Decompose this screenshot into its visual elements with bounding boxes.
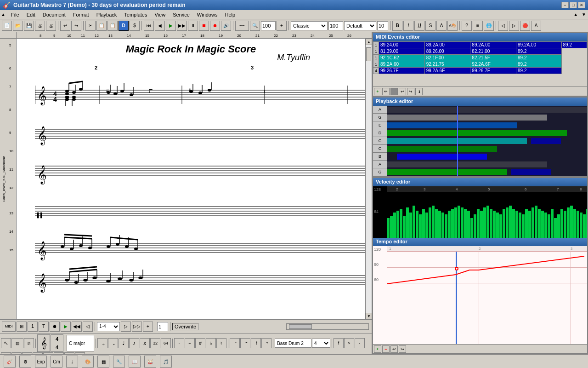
zoom-plus-button[interactable]: + xyxy=(277,21,287,31)
instrument-display[interactable]: Bass Drum 2 xyxy=(275,339,311,348)
nt-tie[interactable]: ⌢ xyxy=(185,338,195,348)
internet-button[interactable]: 🌐 xyxy=(484,21,494,31)
nt-dyn[interactable]: f xyxy=(334,338,344,348)
sb-guitar[interactable]: 🎸 xyxy=(4,356,16,368)
bt-play-btn[interactable]: ▶ xyxy=(61,322,71,332)
nt-flat[interactable]: ♭ xyxy=(206,338,216,348)
paste-special-button[interactable]: D xyxy=(119,21,129,31)
score-nav3[interactable]: 🔴 xyxy=(520,21,530,31)
close-button[interactable]: ✕ xyxy=(578,2,585,8)
pause-button[interactable]: ⏸ xyxy=(188,21,198,31)
track-bars-area[interactable] xyxy=(387,106,587,177)
sb-drum[interactable]: 🥁 xyxy=(144,356,156,368)
midi-cell-5-3[interactable]: 99.26.7F xyxy=(470,68,516,74)
vscrollbar[interactable]: ▲ ▼ xyxy=(365,39,372,319)
maximize-button[interactable]: □ xyxy=(570,2,577,8)
midi-cell-3-2[interactable]: 82.1F.00 xyxy=(424,55,470,61)
style-select[interactable]: Default xyxy=(344,21,376,30)
tempo-handle[interactable] xyxy=(455,267,458,270)
redo-button[interactable]: ↪ xyxy=(71,21,81,31)
paste-button[interactable]: 📋 xyxy=(107,21,118,31)
zoom-minus-button[interactable]: −− xyxy=(235,21,249,31)
nt-accent[interactable]: > xyxy=(344,338,354,348)
sb-export[interactable]: Exp xyxy=(35,356,47,368)
midi-tb-redo[interactable]: ↪ xyxy=(407,88,414,95)
nt-half[interactable]: 𝅗 xyxy=(108,338,118,348)
print2-button[interactable]: 🖨 xyxy=(46,21,56,31)
sb-paint[interactable]: 🎨 xyxy=(82,356,94,368)
bt-record-btn[interactable]: ⏺ xyxy=(50,322,60,332)
bt-fwd[interactable]: ▷ xyxy=(121,322,131,332)
nt-natural[interactable]: ♮ xyxy=(216,338,226,348)
menu-templates[interactable]: Templates xyxy=(120,11,151,18)
menu-service[interactable]: Service xyxy=(169,11,193,18)
menu-edit[interactable]: Edit xyxy=(23,11,39,18)
nt-staccato[interactable]: · xyxy=(355,338,365,348)
save-button[interactable]: 💾 xyxy=(24,21,34,31)
play-button[interactable]: ▶ xyxy=(166,21,176,31)
menu-playback[interactable]: Playback xyxy=(93,11,121,18)
midi-tb-info[interactable]: ℹ xyxy=(415,88,423,95)
bt-skip[interactable]: ▷▷ xyxy=(132,322,142,332)
score-nav4[interactable]: A xyxy=(531,21,541,31)
midi-cell-1-5[interactable]: 89.2 xyxy=(561,42,587,48)
strikethrough-button[interactable]: S xyxy=(425,21,435,31)
cut-button[interactable]: ✂ xyxy=(85,21,96,31)
underline-button[interactable]: U xyxy=(414,21,424,31)
menu-format[interactable]: Format xyxy=(69,11,93,18)
hscroll-track[interactable] xyxy=(286,323,369,330)
bt-prev-btn[interactable]: ◁ xyxy=(83,322,93,332)
bt-btn3[interactable]: T xyxy=(39,322,49,332)
sb-grid[interactable]: ▦ xyxy=(97,356,109,368)
sb-book[interactable]: 📖 xyxy=(129,356,141,368)
tempo-content[interactable]: 120 90 60 1 2 3 xyxy=(373,246,587,344)
menu-help[interactable]: Help xyxy=(221,11,239,18)
play-begin-button[interactable]: ⏮ xyxy=(144,21,154,31)
scroll-up[interactable]: ▲ xyxy=(366,39,372,45)
midi-cell-1-2[interactable]: 89.2A.00 xyxy=(424,42,470,48)
nt-rest-q[interactable]: 𝄽 xyxy=(251,338,261,348)
menu-document[interactable]: Document xyxy=(39,11,69,18)
nt-64th[interactable]: 64 xyxy=(161,338,171,348)
note-value-select[interactable]: 4 xyxy=(312,339,330,348)
midi-cell-5-1[interactable]: 99.26.7F xyxy=(379,68,425,74)
stop-button[interactable]: ⏹ xyxy=(199,21,209,31)
bt-add[interactable]: + xyxy=(143,322,153,332)
midi-cell-4-4[interactable]: 89.2 xyxy=(516,61,562,68)
midi-cell-2-4[interactable]: 89.2 xyxy=(516,48,562,55)
bold-button[interactable]: B xyxy=(392,21,402,31)
sb-wrench[interactable]: 🔧 xyxy=(113,356,125,368)
menu-windows[interactable]: Windows xyxy=(193,11,221,18)
position-input[interactable] xyxy=(157,322,168,331)
midi-cell-4-2[interactable]: 92.21.75 xyxy=(424,61,470,68)
score-nav1[interactable]: ◁ xyxy=(498,21,508,31)
tempo-btn-undo[interactable]: ↩ xyxy=(390,345,398,353)
sb-note2[interactable]: ♩ xyxy=(66,356,78,368)
print-button[interactable]: 🖨 xyxy=(35,21,45,31)
nt-cursor[interactable]: ↖ xyxy=(1,338,11,348)
collapse-arrow-down[interactable]: ▼ xyxy=(580,12,588,17)
nt-sharp[interactable]: # xyxy=(195,338,205,348)
midi-table[interactable]: 1 89.24.00 89.2A.00 89.2A.00 89.2A.00 89… xyxy=(373,41,587,74)
nt-16th[interactable]: ♬ xyxy=(140,338,150,348)
tempo-btn-redo[interactable]: ↪ xyxy=(399,345,406,353)
nt-select[interactable]: ▤ xyxy=(11,338,23,348)
collapse-arrow-up[interactable]: ▲ xyxy=(571,12,580,17)
copy-button[interactable]: 📋 xyxy=(96,21,107,31)
nt-whole[interactable]: 𝅝 xyxy=(97,338,107,348)
sb-chord[interactable]: Cm xyxy=(51,356,62,368)
menu-view[interactable]: View xyxy=(151,11,169,18)
midi-cell-4-3[interactable]: 92.2A.6F xyxy=(470,61,516,68)
play-back-button[interactable]: ◀ xyxy=(155,21,165,31)
scroll-thumb[interactable] xyxy=(366,47,371,61)
scroll-down[interactable]: ▼ xyxy=(366,313,372,319)
bt-midi[interactable]: MIDI xyxy=(2,322,16,332)
play-forward-button[interactable]: ▶▶ xyxy=(177,21,187,31)
app-menu-arrow[interactable]: ▲ xyxy=(1,12,6,17)
midi-cell-4-1[interactable]: 89.2A.60 xyxy=(379,61,425,68)
bt-rewind-btn[interactable]: ◀◀ xyxy=(72,322,82,332)
nav1-button[interactable]: ≡ xyxy=(473,21,483,31)
midi-tb-edit[interactable]: ✏ xyxy=(382,88,390,95)
bt-btn2[interactable]: 1 xyxy=(28,322,38,332)
velocity-content[interactable]: 128 64 2 3 4 5 6 7 8 [50 xyxy=(373,186,587,238)
